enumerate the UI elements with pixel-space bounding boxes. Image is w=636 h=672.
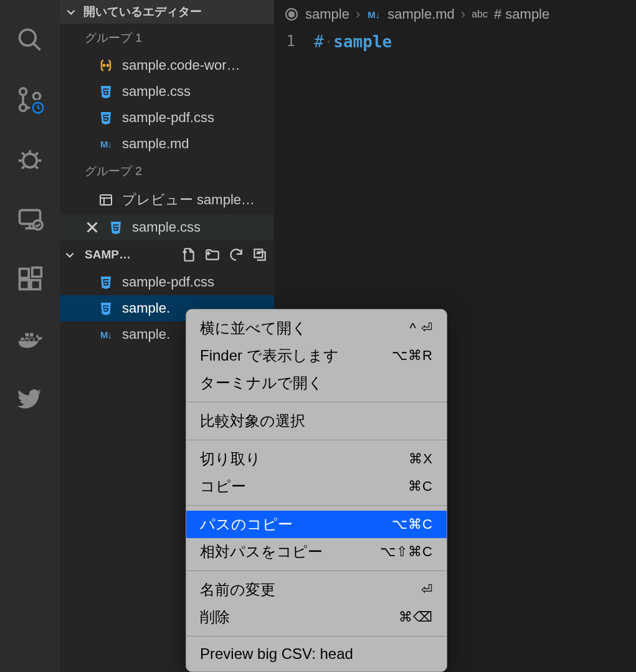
open-editor-item[interactable]: M↓ sample.md: [60, 131, 274, 157]
line-number: 1: [274, 32, 314, 51]
extensions-icon[interactable]: [15, 264, 45, 294]
abc-icon: abc: [472, 9, 488, 20]
menu-item-label: パスのコピー: [200, 514, 293, 534]
menu-item[interactable]: 削除⌘⌫: [186, 603, 447, 631]
breadcrumb-folder[interactable]: sample: [305, 6, 349, 22]
code-area[interactable]: 1 # · sample: [274, 29, 636, 51]
new-folder-icon[interactable]: [202, 244, 223, 265]
menu-item[interactable]: 横に並べて開く^ ⏎: [186, 315, 447, 342]
file-label: sample.: [122, 300, 170, 316]
svg-point-6: [23, 154, 37, 168]
menu-item-shortcut: ⌥⇧⌘C: [380, 544, 433, 560]
menu-item-shortcut: ⌥⌘C: [392, 516, 433, 532]
svg-rect-9: [20, 269, 29, 278]
menu-separator: [186, 570, 447, 571]
open-editors-title: 開いているエディター: [83, 4, 202, 20]
chevron-down-icon: [65, 6, 77, 18]
menu-item[interactable]: 切り取り⌘X: [186, 445, 447, 473]
menu-item-label: 名前の変更: [200, 580, 275, 600]
svg-point-18: [289, 12, 294, 17]
open-editor-item[interactable]: sample.css: [60, 214, 274, 240]
menu-item-label: 切り取り: [200, 449, 261, 469]
menu-item[interactable]: 名前の変更⏎: [186, 576, 447, 603]
folder-header[interactable]: SAMP…: [60, 240, 274, 269]
new-file-icon[interactable]: [178, 244, 199, 265]
svg-point-13: [103, 65, 105, 66]
file-label: sample-pdf.css: [122, 110, 214, 126]
token-title: sample: [333, 32, 392, 51]
twitter-icon[interactable]: [15, 384, 45, 414]
menu-item-label: コピー: [200, 476, 246, 496]
token-hash: #: [314, 32, 324, 51]
search-icon[interactable]: [15, 25, 45, 55]
open-editor-item[interactable]: sample-pdf.css: [60, 105, 274, 131]
css-icon: [98, 275, 113, 290]
menu-item-label: 比較対象の選択: [200, 411, 305, 431]
remote-explorer-icon[interactable]: [15, 204, 45, 234]
svg-rect-11: [31, 280, 40, 290]
menu-item-label: 横に並べて開く: [200, 318, 307, 338]
menu-item-label: 削除: [200, 607, 230, 627]
svg-point-0: [20, 30, 36, 46]
menu-item-shortcut: ⌘⌫: [399, 609, 433, 625]
menu-item-label: 相対パスをコピー: [200, 542, 323, 562]
menu-separator: [186, 636, 447, 637]
file-label: sample.md: [122, 136, 189, 152]
file-label: sample.css: [132, 219, 201, 235]
menu-item[interactable]: コピー⌘C: [186, 473, 447, 500]
open-editor-item[interactable]: sample.code-wor…: [60, 52, 274, 78]
clock-badge-icon: [30, 100, 46, 116]
menu-item[interactable]: パスのコピー⌥⌘C: [186, 511, 447, 538]
svg-rect-15: [100, 195, 112, 205]
file-label: sample-pdf.css: [122, 274, 214, 290]
source-control-icon[interactable]: [15, 85, 45, 115]
menu-item[interactable]: ターミナルで開く: [186, 369, 447, 397]
collapse-all-icon[interactable]: [249, 244, 270, 265]
css-icon: [98, 301, 113, 316]
open-editor-item[interactable]: sample.css: [60, 78, 274, 105]
menu-item-shortcut: ⌘X: [409, 451, 433, 467]
code-line[interactable]: # · sample: [314, 32, 392, 51]
docker-icon[interactable]: [15, 324, 45, 354]
file-label: プレビュー sample…: [122, 191, 255, 209]
workspace-icon: [98, 58, 113, 73]
context-menu: 横に並べて開く^ ⏎Finder で表示します⌥⌘Rターミナルで開く比較対象の選…: [186, 309, 447, 672]
chevron-right-icon: ›: [461, 6, 465, 22]
menu-item[interactable]: Finder で表示します⌥⌘R: [186, 342, 447, 369]
breadcrumb-file[interactable]: sample.md: [387, 6, 455, 22]
svg-point-4: [34, 93, 40, 100]
menu-item-label: Preview big CSV: head: [200, 645, 353, 663]
menu-item[interactable]: 相対パスをコピー⌥⇧⌘C: [186, 538, 447, 566]
open-editors-header[interactable]: 開いているエディター: [60, 0, 274, 24]
breadcrumb[interactable]: sample › M↓ sample.md › abc # sample: [274, 0, 636, 29]
css-icon: [108, 220, 123, 235]
menu-item-shortcut: ⏎: [421, 582, 433, 598]
chevron-right-icon: ›: [356, 6, 360, 22]
menu-item-shortcut: ^ ⏎: [410, 320, 433, 336]
activity-bar: [0, 0, 60, 672]
css-icon: [98, 110, 113, 125]
menu-item-shortcut: ⌥⌘R: [392, 348, 433, 364]
debug-icon[interactable]: [15, 144, 45, 174]
svg-line-1: [34, 44, 40, 50]
markdown-icon: M↓: [366, 7, 381, 22]
refresh-icon[interactable]: [225, 244, 247, 265]
menu-item[interactable]: 比較対象の選択: [186, 407, 447, 435]
menu-separator: [186, 505, 447, 506]
markdown-icon: M↓: [98, 327, 113, 342]
menu-item-label: ターミナルで開く: [200, 373, 323, 393]
menu-item[interactable]: Preview big CSV: head: [186, 641, 447, 666]
menu-item-shortcut: ⌘C: [408, 478, 433, 495]
file-label: sample.css: [122, 83, 191, 100]
explorer-item[interactable]: sample-pdf.css: [60, 269, 274, 295]
svg-rect-12: [32, 268, 42, 277]
group-2-label: グループ 2: [60, 157, 274, 186]
open-editor-item[interactable]: プレビュー sample…: [60, 186, 274, 214]
svg-point-2: [20, 88, 27, 95]
breadcrumb-symbol[interactable]: # sample: [494, 6, 549, 22]
svg-point-3: [20, 104, 27, 111]
close-icon[interactable]: [85, 220, 100, 235]
folder-name: SAMP…: [85, 248, 131, 262]
menu-separator: [186, 402, 447, 402]
menu-separator: [186, 440, 447, 440]
